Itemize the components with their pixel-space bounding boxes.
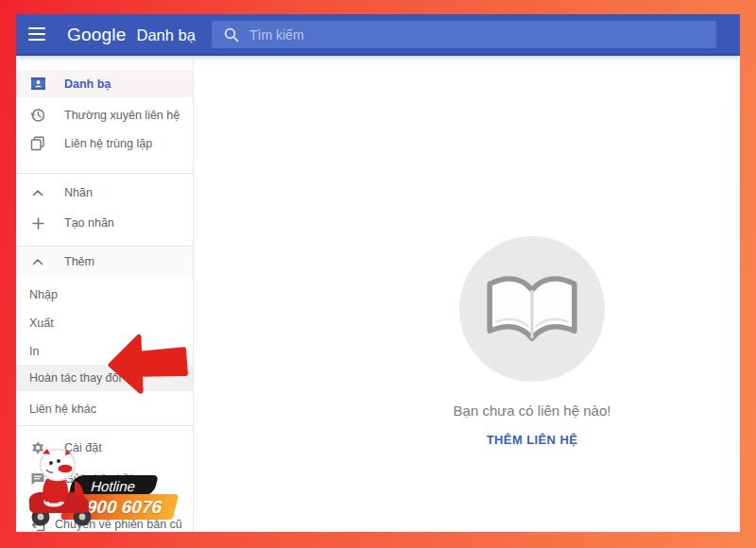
sidebar-item-export[interactable]: Xuất: [16, 311, 193, 335]
history-icon: [29, 107, 46, 124]
contacts-icon: [29, 76, 46, 93]
contacts-app-window: Google Danh bạ Danh bạ: [16, 14, 740, 532]
hotline-label: Hotline: [90, 478, 138, 494]
search-icon: [224, 27, 239, 43]
sidebar-item-contacts[interactable]: Danh bạ: [16, 70, 193, 97]
sidebar-item-label: Thường xuyên liên hệ: [64, 109, 180, 122]
screenshot-frame: Google Danh bạ Danh bạ: [0, 0, 756, 548]
sidebar-item-label: Thêm: [64, 255, 94, 268]
app-title: Danh bạ: [136, 26, 195, 44]
sidebar-item-label: Danh bạ: [64, 77, 111, 91]
empty-state-illustration: [459, 236, 605, 382]
sidebar-item-label: Liên hệ khác: [29, 402, 96, 416]
sidebar-item-label: In: [29, 345, 39, 358]
sidebar-nav: Danh bạ Thường xuyên liên hệ Liên hệ trù…: [16, 58, 194, 532]
hotline-badge: Hotline: [68, 475, 158, 496]
sidebar-item-label: Nhãn: [64, 186, 93, 199]
exit-icon: [29, 516, 46, 532]
sidebar-item-undo-changes[interactable]: Hoàn tác thay đổi: [16, 365, 193, 391]
sidebar-divider: [16, 425, 193, 426]
sidebar-item-label: Chuyển về phiên bản cũ: [55, 518, 182, 531]
plus-icon: [29, 214, 46, 231]
chevron-up-icon: [29, 253, 46, 270]
search-input[interactable]: [249, 27, 665, 43]
sidebar-item-label: Tạo nhãn: [64, 216, 114, 230]
sidebar-item-duplicates[interactable]: Liên hệ trùng lặp: [16, 130, 193, 157]
sidebar-divider: [16, 173, 193, 174]
search-bar[interactable]: [212, 21, 716, 48]
app-logo: Google Danh bạ: [67, 14, 196, 56]
sidebar-item-other-contacts[interactable]: Liên hệ khác: [16, 396, 193, 422]
sidebar-item-label: Liên hệ trùng lặp: [64, 137, 152, 150]
sidebar-item-print[interactable]: In: [16, 339, 193, 364]
sidebar-item-frequent[interactable]: Thường xuyên liên hệ: [16, 102, 193, 128]
google-logo: Google: [67, 25, 126, 45]
sidebar-item-settings[interactable]: Cài đặt: [16, 435, 193, 461]
sidebar-item-label: Cài đặt: [64, 441, 102, 454]
sidebar-section-labels[interactable]: Nhãn: [16, 180, 193, 205]
open-book-icon: [479, 267, 585, 351]
add-contact-link[interactable]: THÊM LIÊN HỆ: [390, 433, 674, 447]
hotline-number-badge: 1900 6076: [60, 494, 180, 520]
feedback-icon: [29, 471, 46, 488]
sidebar-item-import[interactable]: Nhập: [16, 283, 193, 307]
hotline-number: 1900 6076: [75, 497, 164, 518]
sidebar-section-more[interactable]: Thêm: [16, 247, 193, 277]
chevron-up-icon: [29, 184, 46, 201]
sidebar-item-create-label[interactable]: Tạo nhãn: [16, 211, 193, 235]
app-header: Google Danh bạ: [16, 14, 740, 56]
hamburger-menu-icon[interactable]: [28, 27, 45, 41]
empty-state-message: Bạn chưa có liên hệ nào!: [390, 402, 674, 419]
sidebar-item-label: Xuất: [29, 317, 54, 330]
main-content: Bạn chưa có liên hệ nào! THÊM LIÊN HỆ: [194, 58, 740, 532]
sidebar-item-label: Nhập: [29, 288, 58, 301]
duplicates-icon: [29, 135, 46, 152]
gear-icon: [29, 439, 46, 456]
sidebar-item-label: Hoàn tác thay đổi: [29, 371, 121, 385]
